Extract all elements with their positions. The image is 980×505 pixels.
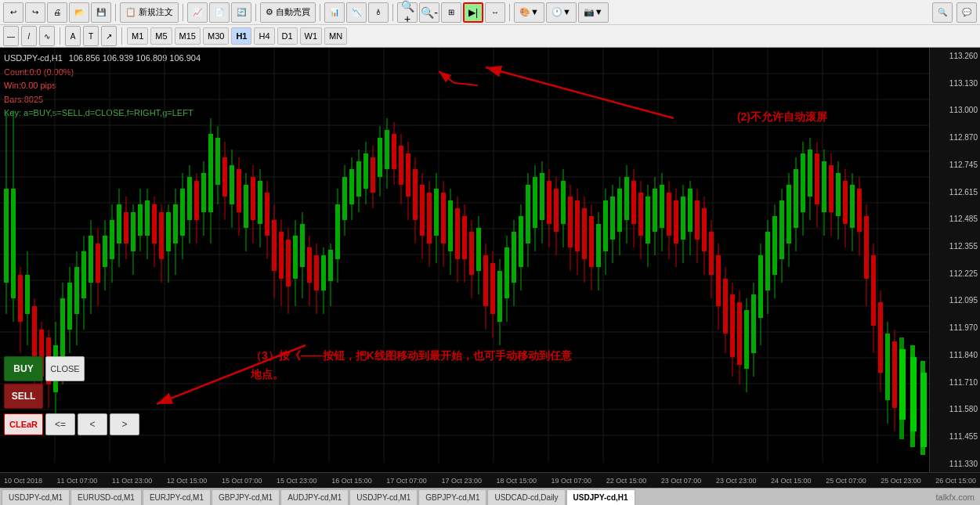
search-btn[interactable]: 🔍 <box>932 2 953 23</box>
color-theme-btn[interactable]: 🎨▼ <box>514 2 544 23</box>
save-btn[interactable]: 💾 <box>91 2 111 23</box>
zoom-in-btn[interactable]: 🔍+ <box>397 2 418 23</box>
price-level-13: 111.580 <box>932 405 978 413</box>
open-btn[interactable]: 📂 <box>69 2 89 23</box>
svg-rect-220 <box>667 193 671 236</box>
period-m15[interactable]: M15 <box>175 27 201 45</box>
period-mn[interactable]: MN <box>324 27 347 45</box>
svg-rect-130 <box>349 169 354 204</box>
time-axis-inner: 10 Oct 2018 11 Oct 07:00 11 Oct 23:00 12… <box>4 477 976 485</box>
svg-rect-240 <box>737 302 742 365</box>
sep3 <box>255 4 256 21</box>
toolbar-row1: ↩ ↪ 🖨 📂 💾 📋 新規注文 📈 📄 🔄 ⚙ 自動売買 📊 📉 🕯 <box>0 0 980 25</box>
nav-buttons: CLEaR <= < > <box>4 413 139 435</box>
indicator-btn[interactable]: 📈 <box>187 2 208 23</box>
time-label-15: 25 Oct 07:00 <box>826 477 866 485</box>
wave-tool-btn[interactable]: ∿ <box>39 26 55 46</box>
svg-rect-140 <box>385 130 389 169</box>
tab-usdjpy-m1[interactable]: USDJPY-cd,M1 <box>2 489 70 505</box>
svg-rect-282 <box>885 334 890 400</box>
tab-gbpjpy-m1-2[interactable]: GBPJPY-cd,M1 <box>418 489 486 505</box>
period-h4[interactable]: H4 <box>254 27 274 45</box>
svg-rect-76 <box>159 212 164 259</box>
chat-btn[interactable]: 💬 <box>956 2 977 23</box>
time-btn[interactable]: 🕐▼ <box>546 2 577 23</box>
main-chart[interactable]: USDJPY-cd,H1 106.856 106.939 106.809 106… <box>0 48 929 463</box>
svg-rect-212 <box>638 193 643 236</box>
svg-rect-92 <box>215 138 220 185</box>
period-m30[interactable]: M30 <box>203 27 229 45</box>
svg-rect-256 <box>794 169 798 228</box>
diagonal-tool-btn[interactable]: / <box>21 26 37 46</box>
time-label-11: 22 Oct 15:00 <box>606 477 647 485</box>
tab-usdjpy-h1[interactable]: USDJPY-cd,H1 <box>566 489 635 505</box>
refresh-btn[interactable]: 🔄 <box>231 2 251 23</box>
svg-rect-232 <box>709 232 714 275</box>
nav-right-button[interactable]: > <box>110 413 139 435</box>
svg-rect-138 <box>378 138 382 177</box>
svg-rect-186 <box>547 181 551 224</box>
svg-rect-214 <box>645 197 650 243</box>
svg-rect-108 <box>272 220 277 271</box>
tab-usdjpy-m1-2[interactable]: USDJPY-cd,M1 <box>349 489 418 505</box>
tab-bar: USDJPY-cd,M1 EURUSD-cd,M1 EURJPY-cd,M1 G… <box>0 488 980 505</box>
svg-rect-200 <box>596 224 601 267</box>
svg-rect-230 <box>702 208 707 251</box>
chart-shift-btn[interactable]: ▶| <box>463 2 483 23</box>
period-m1[interactable]: M1 <box>127 27 148 45</box>
svg-rect-254 <box>787 185 791 243</box>
period-m5[interactable]: M5 <box>150 27 172 45</box>
screenshot-btn[interactable]: 📷▼ <box>578 2 609 23</box>
svg-rect-276 <box>864 216 869 279</box>
svg-rect-94 <box>222 157 227 197</box>
zoom-out-btn[interactable]: 🔍- <box>419 2 439 23</box>
line-tool-btn[interactable]: — <box>3 26 19 46</box>
svg-rect-118 <box>307 247 312 283</box>
svg-rect-236 <box>723 279 728 334</box>
nav-left-button[interactable]: < <box>78 413 107 435</box>
cursor-btn[interactable]: ↗ <box>101 26 117 46</box>
grid-btn[interactable]: ⊞ <box>441 2 461 23</box>
redo-btn[interactable]: ↪ <box>25 2 45 23</box>
close-button[interactable]: CLOSE <box>45 356 85 381</box>
bottom-controls: BUY CLOSE SELL CLEaR <= < > <box>4 356 139 435</box>
svg-rect-222 <box>674 200 678 243</box>
clear-button[interactable]: CLEaR <box>4 413 43 435</box>
svg-rect-176 <box>512 232 516 283</box>
buy-button[interactable]: BUY <box>4 356 43 381</box>
bar-btn[interactable]: 📉 <box>346 2 367 23</box>
new-order-btn[interactable]: 📋 新規注文 <box>120 2 179 23</box>
svg-rect-168 <box>483 255 488 306</box>
svg-rect-146 <box>406 153 410 197</box>
svg-rect-132 <box>356 161 361 197</box>
candle-btn[interactable]: 🕯 <box>368 2 389 23</box>
sell-button[interactable]: SELL <box>4 384 43 409</box>
tab-eurjpy-m1[interactable]: EURJPY-cd,M1 <box>143 489 211 505</box>
tab-gbpjpy-m1[interactable]: GBPJPY-cd,M1 <box>212 489 280 505</box>
template-btn[interactable]: 📄 <box>209 2 230 23</box>
svg-rect-68 <box>131 212 136 251</box>
svg-rect-100 <box>244 185 248 228</box>
print-btn[interactable]: 🖨 <box>47 2 67 23</box>
period-w1[interactable]: W1 <box>300 27 323 45</box>
svg-rect-238 <box>730 294 735 357</box>
undo-btn[interactable]: ↩ <box>3 2 24 23</box>
line-btn[interactable]: 📊 <box>324 2 345 23</box>
chart-with-axis: USDJPY-cd,H1 106.856 106.939 106.809 106… <box>0 48 980 472</box>
time-label-2: 11 Oct 23:00 <box>112 477 153 485</box>
text-t-btn[interactable]: T <box>83 26 99 46</box>
tab-eurusd-m1[interactable]: EURUSD-cd,M1 <box>71 489 142 505</box>
svg-rect-134 <box>363 153 368 189</box>
tab-audjpy-m1[interactable]: AUDJPY-cd,M1 <box>280 489 349 505</box>
svg-rect-156 <box>441 193 446 243</box>
period-d1[interactable]: D1 <box>277 27 298 45</box>
svg-line-292 <box>486 67 674 118</box>
scroll-btn[interactable]: ↔ <box>485 2 505 23</box>
period-h1[interactable]: H1 <box>231 27 251 45</box>
tab-usdcad-daily[interactable]: USDCAD-cd,Daily <box>487 489 565 505</box>
svg-rect-262 <box>815 153 819 204</box>
text-a-btn[interactable]: A <box>65 26 81 46</box>
nav-left-far-button[interactable]: <= <box>45 413 75 435</box>
auto-trade-btn[interactable]: ⚙ 自動売買 <box>260 2 316 23</box>
svg-rect-170 <box>490 263 495 314</box>
